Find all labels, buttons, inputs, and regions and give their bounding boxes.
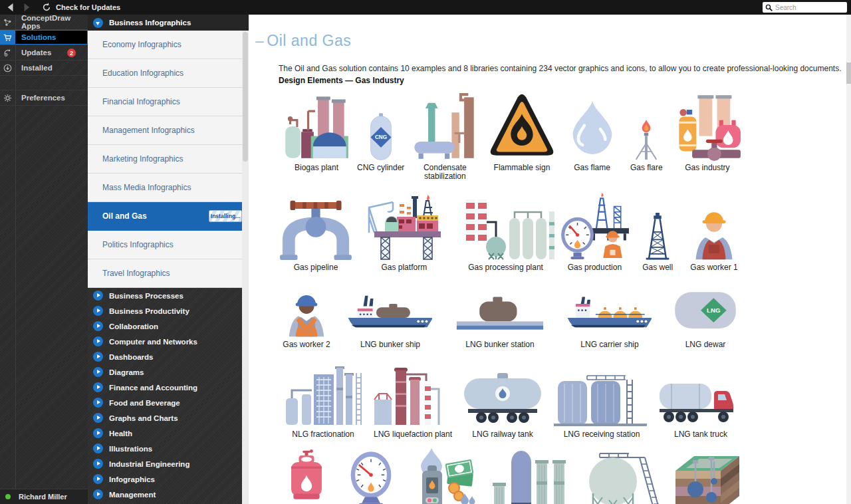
category-label: Management	[109, 491, 156, 499]
category-label: Business Productivity	[109, 307, 189, 315]
solution-item-mass-media[interactable]: Mass Media Infographics	[88, 174, 249, 202]
user-account-row[interactable]: Richard Miller	[0, 489, 88, 504]
solution-item-travel[interactable]: Travel Infographics	[88, 259, 249, 288]
group-header-business-infographics[interactable]: Business Infographics	[88, 15, 249, 31]
back-button[interactable]	[5, 2, 16, 13]
category-label: Finance and Accounting	[109, 384, 197, 392]
expand-arrow-icon	[93, 321, 103, 331]
category-label: Computer and Networks	[109, 338, 197, 346]
category-label: Infographics	[109, 475, 155, 483]
solution-item-education[interactable]: Education Infographics	[88, 59, 249, 88]
category-health[interactable]: Health	[88, 426, 249, 441]
gallery-item	[279, 447, 334, 504]
nlg-fractionation-icon	[279, 357, 367, 428]
lng-bunker-ship-icon	[337, 279, 443, 338]
gas-platform-icon	[354, 185, 454, 261]
solution-item-label: Economy Infographics	[102, 40, 182, 49]
category-label: Food and Beverage	[109, 399, 180, 407]
sidebar-item-conceptdraw-apps[interactable]: ConceptDraw Apps	[0, 15, 88, 30]
category-computer-and-networks[interactable]: Computer and Networks	[88, 334, 249, 349]
sidebar-spacer	[0, 76, 88, 90]
category-collaboration[interactable]: Collaboration	[88, 318, 249, 334]
gallery-item: Biogas plant	[279, 92, 354, 181]
main-scrollbar[interactable]	[846, 15, 851, 504]
lng-tank-truck-icon	[657, 357, 745, 428]
gallery-item: Gas flame	[562, 92, 623, 181]
gallery-item: LNG railway tank	[459, 357, 547, 439]
apps-nodes-icon	[0, 15, 15, 29]
expand-arrow-icon	[93, 336, 103, 346]
lng-dewar-icon: LNG	[666, 279, 745, 338]
sidebar-item-label: Updates	[15, 49, 51, 57]
search-box[interactable]	[763, 2, 847, 13]
gallery-item: Flammable sign	[485, 92, 559, 181]
category-industrial-engineering[interactable]: Industrial Engineering	[88, 456, 249, 471]
sidebar-item-label: Preferences	[15, 94, 65, 102]
solution-item-management[interactable]: Management Infographics	[88, 116, 249, 145]
svg-text:LNG: LNG	[707, 307, 720, 314]
gallery-item: Gas industry	[670, 92, 745, 181]
gallery-item: Gas flare	[625, 92, 668, 181]
sidebar-item-solutions[interactable]: Solutions	[0, 30, 88, 45]
gallery-item: NLG fractionation	[279, 357, 367, 439]
sidebar-item-preferences[interactable]: Preferences	[0, 90, 88, 106]
expand-arrow-icon	[93, 489, 103, 499]
installing-button[interactable]: Installing...	[209, 210, 242, 222]
sidebar-item-updates[interactable]: Updates 2	[0, 45, 88, 61]
category-label: Health	[109, 430, 132, 438]
topbar: Check for Updates	[0, 0, 851, 15]
solutions-panel: Business Infographics Economy Infographi…	[88, 15, 249, 504]
gas-deposit-icon	[670, 447, 745, 504]
download-circle-icon	[0, 61, 15, 75]
gas-well-icon	[634, 185, 681, 261]
expand-arrow-icon	[93, 443, 103, 453]
search-input[interactable]	[775, 4, 842, 11]
collapse-arrow-icon[interactable]	[93, 18, 103, 28]
category-management[interactable]: Management	[88, 487, 249, 502]
user-name: Richard Miller	[19, 493, 67, 501]
solutions-panel-scrollbar[interactable]	[242, 31, 249, 504]
solution-item-label: Oil and Gas	[102, 211, 147, 221]
gallery-item	[576, 447, 664, 504]
solution-item-economy[interactable]: Economy Infographics	[88, 31, 249, 59]
sidebar-item-installed[interactable]: Installed	[0, 61, 88, 76]
gallery-item-label: Gas platform	[381, 263, 427, 272]
main-content: –Oil and Gas The Oil and Gas solution co…	[249, 15, 846, 504]
expand-arrow-icon	[93, 459, 103, 469]
gallery-item: LNG tank truck	[657, 357, 745, 439]
gas-cylinder-icon	[279, 447, 334, 504]
gallery-item: LNG bunker ship	[337, 279, 443, 349]
category-illustrations[interactable]: Illustrations	[88, 441, 249, 456]
category-business-processes[interactable]: Business Processes	[88, 288, 249, 303]
check-updates-button[interactable]	[41, 2, 52, 13]
solution-item-oil-and-gas[interactable]: Oil and Gas Installing...	[88, 202, 249, 231]
solution-item-politics[interactable]: Politics Infographics	[88, 231, 249, 259]
check-updates-label[interactable]: Check for Updates	[56, 3, 120, 11]
lng-railway-tank-icon	[459, 357, 547, 428]
category-label: Business Processes	[109, 292, 183, 300]
category-dashboards[interactable]: Dashboards	[88, 349, 249, 364]
expand-arrow-icon	[93, 474, 103, 484]
category-business-productivity[interactable]: Business Productivity	[88, 303, 249, 318]
gallery-item-label: Gas industry	[685, 164, 729, 172]
expand-arrow-icon	[93, 382, 103, 392]
category-food-and-beverage[interactable]: Food and Beverage	[88, 395, 249, 410]
gallery-item-label: LNG tank truck	[674, 430, 727, 439]
scrollbar-thumb[interactable]	[243, 32, 248, 162]
category-graphs-and-charts[interactable]: Graphs and Charts	[88, 410, 249, 426]
forward-button[interactable]	[21, 2, 32, 13]
cng-cylinder-icon: CNG	[356, 92, 406, 161]
gallery-item: Gas well	[634, 185, 681, 272]
category-label: Industrial Engineering	[109, 460, 189, 468]
solution-item-marketing[interactable]: Marketing Infographics	[88, 145, 249, 174]
scrollbar-thumb[interactable]	[846, 63, 851, 84]
solution-item-financial[interactable]: Financial Infographics	[88, 88, 249, 116]
category-infographics[interactable]: Infographics	[88, 471, 249, 487]
category-diagrams[interactable]: Diagrams	[88, 364, 249, 380]
expand-arrow-icon	[93, 291, 103, 301]
category-label: Graphs and Charts	[109, 414, 178, 422]
gas-flame-icon	[562, 92, 623, 161]
category-finance-and-accounting[interactable]: Finance and Accounting	[88, 380, 249, 395]
back-arrow-icon	[6, 3, 15, 12]
page-title: –Oil and Gas	[255, 32, 846, 50]
